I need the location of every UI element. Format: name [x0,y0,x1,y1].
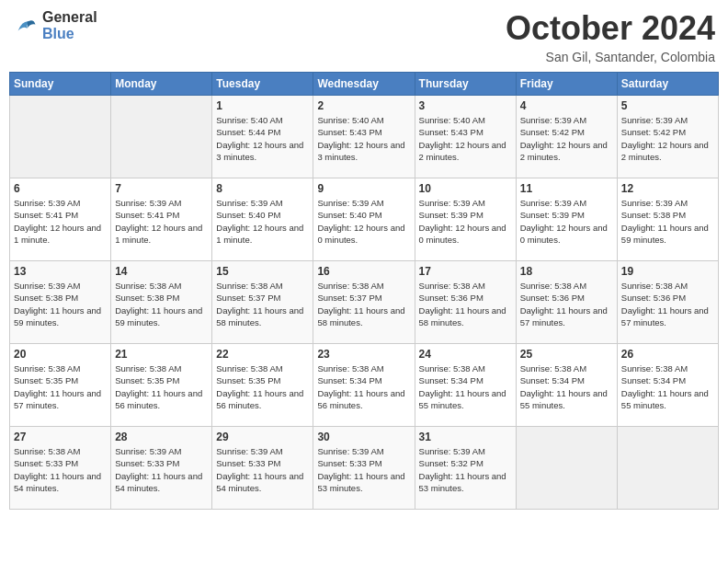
weekday-header: Sunday [10,73,111,96]
day-info: Sunrise: 5:39 AM Sunset: 5:33 PM Dayligh… [115,445,208,494]
calendar-week-row: 6Sunrise: 5:39 AM Sunset: 5:41 PM Daylig… [10,178,719,261]
logo-icon [13,13,39,39]
day-number: 25 [520,348,613,361]
day-info: Sunrise: 5:39 AM Sunset: 5:42 PM Dayligh… [621,114,714,163]
day-info: Sunrise: 5:39 AM Sunset: 5:40 PM Dayligh… [317,197,410,246]
day-info: Sunrise: 5:38 AM Sunset: 5:34 PM Dayligh… [520,362,613,411]
calendar-cell: 23Sunrise: 5:38 AM Sunset: 5:34 PM Dayli… [313,344,415,427]
calendar-cell: 27Sunrise: 5:38 AM Sunset: 5:33 PM Dayli… [10,427,111,510]
calendar-cell: 22Sunrise: 5:38 AM Sunset: 5:35 PM Dayli… [212,344,313,427]
calendar-cell: 10Sunrise: 5:39 AM Sunset: 5:39 PM Dayli… [415,178,516,261]
weekday-header: Tuesday [212,73,313,96]
calendar-cell: 12Sunrise: 5:39 AM Sunset: 5:38 PM Dayli… [617,178,718,261]
weekday-header: Friday [516,73,617,96]
calendar-week-row: 1Sunrise: 5:40 AM Sunset: 5:44 PM Daylig… [10,96,719,178]
day-number: 30 [317,431,410,443]
location-subtitle: San Gil, Santander, Colombia [506,50,715,64]
day-number: 1 [216,99,309,112]
calendar-cell [617,427,718,510]
day-info: Sunrise: 5:39 AM Sunset: 5:33 PM Dayligh… [216,445,309,494]
calendar-cell [516,427,617,510]
day-info: Sunrise: 5:39 AM Sunset: 5:32 PM Dayligh… [419,445,512,494]
day-number: 11 [520,182,613,195]
month-title: October 2024 [506,9,715,48]
day-number: 9 [317,182,410,195]
day-number: 10 [419,182,512,195]
day-info: Sunrise: 5:39 AM Sunset: 5:41 PM Dayligh… [14,197,107,246]
day-number: 7 [115,182,208,195]
calendar-week-row: 20Sunrise: 5:38 AM Sunset: 5:35 PM Dayli… [10,344,719,427]
day-info: Sunrise: 5:38 AM Sunset: 5:36 PM Dayligh… [419,280,512,328]
calendar-cell: 20Sunrise: 5:38 AM Sunset: 5:35 PM Dayli… [10,344,111,427]
calendar-cell: 9Sunrise: 5:39 AM Sunset: 5:40 PM Daylig… [313,178,415,261]
day-info: Sunrise: 5:38 AM Sunset: 5:35 PM Dayligh… [14,362,107,411]
calendar-cell: 24Sunrise: 5:38 AM Sunset: 5:34 PM Dayli… [415,344,516,427]
calendar-cell: 8Sunrise: 5:39 AM Sunset: 5:40 PM Daylig… [212,178,313,261]
logo: General Blue [13,9,97,41]
calendar-week-row: 13Sunrise: 5:39 AM Sunset: 5:38 PM Dayli… [10,261,719,344]
day-info: Sunrise: 5:38 AM Sunset: 5:33 PM Dayligh… [14,445,107,494]
day-number: 24 [419,348,512,361]
calendar-cell: 16Sunrise: 5:38 AM Sunset: 5:37 PM Dayli… [313,261,415,344]
day-number: 3 [419,99,512,112]
calendar-cell: 5Sunrise: 5:39 AM Sunset: 5:42 PM Daylig… [617,96,718,178]
weekday-header: Wednesday [313,73,415,96]
logo-text: General Blue [42,9,97,41]
calendar-cell: 31Sunrise: 5:39 AM Sunset: 5:32 PM Dayli… [415,427,516,510]
weekday-header: Saturday [617,73,718,96]
calendar-cell [111,96,212,178]
day-number: 14 [115,265,208,278]
calendar-cell: 19Sunrise: 5:38 AM Sunset: 5:36 PM Dayli… [617,261,718,344]
day-number: 15 [216,265,309,278]
calendar-cell [10,96,111,178]
calendar-week-row: 27Sunrise: 5:38 AM Sunset: 5:33 PM Dayli… [10,427,719,510]
day-info: Sunrise: 5:38 AM Sunset: 5:34 PM Dayligh… [317,362,410,411]
day-number: 23 [317,348,410,361]
calendar-cell: 29Sunrise: 5:39 AM Sunset: 5:33 PM Dayli… [212,427,313,510]
day-number: 17 [419,265,512,278]
day-info: Sunrise: 5:39 AM Sunset: 5:39 PM Dayligh… [520,197,613,246]
day-info: Sunrise: 5:38 AM Sunset: 5:35 PM Dayligh… [216,362,309,411]
day-info: Sunrise: 5:38 AM Sunset: 5:34 PM Dayligh… [419,362,512,411]
calendar-cell: 26Sunrise: 5:38 AM Sunset: 5:34 PM Dayli… [617,344,718,427]
day-info: Sunrise: 5:40 AM Sunset: 5:43 PM Dayligh… [419,114,512,163]
day-info: Sunrise: 5:39 AM Sunset: 5:41 PM Dayligh… [115,197,208,246]
day-info: Sunrise: 5:39 AM Sunset: 5:40 PM Dayligh… [216,197,309,246]
day-info: Sunrise: 5:39 AM Sunset: 5:38 PM Dayligh… [14,280,107,328]
day-number: 18 [520,265,613,278]
calendar-cell: 30Sunrise: 5:39 AM Sunset: 5:33 PM Dayli… [313,427,415,510]
weekday-header-row: SundayMondayTuesdayWednesdayThursdayFrid… [10,73,719,96]
day-number: 26 [621,348,714,361]
calendar-cell: 13Sunrise: 5:39 AM Sunset: 5:38 PM Dayli… [10,261,111,344]
day-info: Sunrise: 5:38 AM Sunset: 5:36 PM Dayligh… [621,280,714,328]
day-number: 20 [14,348,107,361]
day-number: 5 [621,99,714,112]
day-number: 29 [216,431,309,443]
calendar-table: SundayMondayTuesdayWednesdayThursdayFrid… [9,72,719,510]
day-number: 16 [317,265,410,278]
day-number: 22 [216,348,309,361]
calendar-cell: 14Sunrise: 5:38 AM Sunset: 5:38 PM Dayli… [111,261,212,344]
day-info: Sunrise: 5:39 AM Sunset: 5:39 PM Dayligh… [419,197,512,246]
day-info: Sunrise: 5:38 AM Sunset: 5:37 PM Dayligh… [317,280,410,328]
calendar-cell: 15Sunrise: 5:38 AM Sunset: 5:37 PM Dayli… [212,261,313,344]
day-info: Sunrise: 5:38 AM Sunset: 5:36 PM Dayligh… [520,280,613,328]
page-header: General Blue October 2024 San Gil, Santa… [9,9,719,64]
day-number: 8 [216,182,309,195]
calendar-cell: 4Sunrise: 5:39 AM Sunset: 5:42 PM Daylig… [516,96,617,178]
calendar-cell: 21Sunrise: 5:38 AM Sunset: 5:35 PM Dayli… [111,344,212,427]
day-number: 2 [317,99,410,112]
day-info: Sunrise: 5:40 AM Sunset: 5:43 PM Dayligh… [317,114,410,163]
day-info: Sunrise: 5:39 AM Sunset: 5:33 PM Dayligh… [317,445,410,494]
day-number: 6 [14,182,107,195]
calendar-cell: 3Sunrise: 5:40 AM Sunset: 5:43 PM Daylig… [415,96,516,178]
calendar-cell: 18Sunrise: 5:38 AM Sunset: 5:36 PM Dayli… [516,261,617,344]
day-number: 21 [115,348,208,361]
weekday-header: Monday [111,73,212,96]
calendar-cell: 7Sunrise: 5:39 AM Sunset: 5:41 PM Daylig… [111,178,212,261]
title-section: October 2024 San Gil, Santander, Colombi… [506,9,715,64]
calendar-cell: 25Sunrise: 5:38 AM Sunset: 5:34 PM Dayli… [516,344,617,427]
day-info: Sunrise: 5:38 AM Sunset: 5:38 PM Dayligh… [115,280,208,328]
calendar-cell: 6Sunrise: 5:39 AM Sunset: 5:41 PM Daylig… [10,178,111,261]
calendar-cell: 1Sunrise: 5:40 AM Sunset: 5:44 PM Daylig… [212,96,313,178]
